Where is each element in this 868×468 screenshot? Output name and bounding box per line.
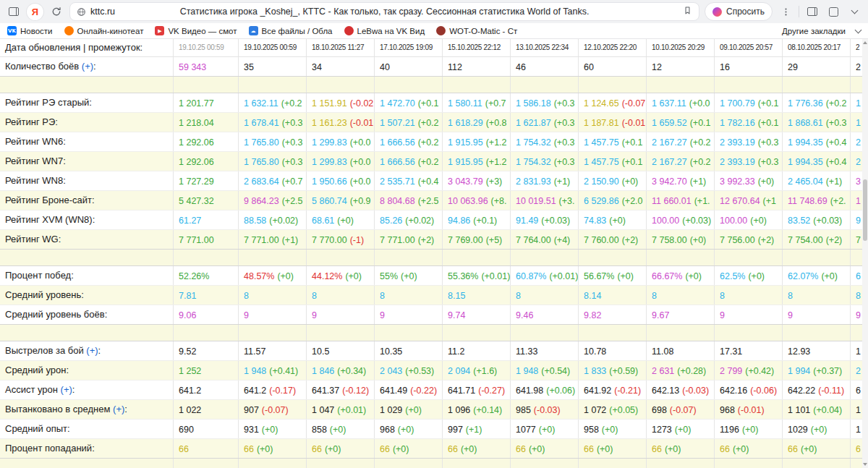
bookmark-item[interactable]: Онлайн-кинотеат (64, 26, 144, 35)
stat-delta: (+4) (554, 235, 571, 245)
scroll-up-arrow[interactable] (862, 39, 868, 46)
stat-value: 1 124.65 (584, 98, 619, 109)
stat-delta: (+2.0 (622, 196, 643, 206)
stat-value: 641.2 (179, 386, 201, 396)
address-bar[interactable]: kttc.ru Статистика игрока _Koshej_, КТТС… (69, 2, 699, 21)
bookmark-flag-icon[interactable] (683, 5, 692, 18)
stat-delta: (+0) (742, 425, 759, 435)
stat-cell: 68.61(+0) (307, 210, 375, 229)
stat-value: 9.46 (516, 310, 533, 320)
stat-cell: 48.57%(+0) (239, 266, 307, 285)
bookmark-item[interactable]: LeBwa на VK Вид (344, 26, 425, 35)
stat-delta: (-0.27) (478, 386, 505, 396)
stat-cell: 1 678.41(+0.3 (239, 113, 307, 132)
stat-cell: 1 618.29(+0.8 (443, 113, 511, 132)
expand-link[interactable]: (+) (61, 384, 72, 395)
stat-cell: 10 063.96(+8. (443, 191, 511, 210)
stat-cell: 2 393.19(+0.3 (715, 152, 783, 171)
side-panel-icon[interactable] (804, 4, 820, 20)
kebab-glyph (781, 7, 791, 17)
stat-value: 55% (380, 271, 398, 281)
scroll-down-arrow[interactable] (862, 461, 868, 468)
expand-link[interactable]: (+) (113, 404, 124, 414)
stat-delta: (-0.06) (750, 386, 777, 396)
gap-cell (715, 77, 783, 93)
stat-value: 66 (720, 444, 730, 454)
scrollbar[interactable] (862, 39, 868, 468)
chevron-down-icon[interactable] (846, 4, 862, 20)
row-label-cell: Рейтинг Броне-сайт: (0, 191, 174, 210)
stat-value: 858 (312, 425, 327, 435)
stat-cell: 55%(+0) (375, 266, 443, 285)
stat-cell-total: 7.81 (174, 286, 239, 305)
table-row: Средний уровень:7.818888.1588.148888 (0, 286, 862, 305)
yandex-tab[interactable]: Я (27, 4, 43, 20)
bookmark-item[interactable]: ▶VK Видео — смот (155, 26, 237, 35)
stat-value: 2 (856, 62, 861, 72)
stat-value: 1 659.52 (652, 118, 687, 128)
stat-cell: 3 043.79(+3) (443, 171, 511, 190)
stat-value: 74.83 (584, 216, 606, 226)
stat-delta: (+0) (690, 235, 707, 245)
stat-cell: 641.92(-0.21) (579, 380, 647, 399)
chevron-down-icon[interactable] (855, 26, 862, 33)
stat-value: 8 804.68 (380, 196, 415, 206)
stat-delta: (+2.5 (282, 196, 303, 206)
gap-cell (579, 459, 647, 468)
bookmark-item[interactable]: VKНовости (7, 26, 53, 35)
stat-cell: 698(-0.07) (647, 400, 715, 419)
stat-value: 5 427.32 (179, 196, 214, 206)
stat-delta: (+0) (617, 271, 634, 281)
bookmark-item[interactable]: WOT-O-Matic - Ст (436, 26, 517, 35)
row-label: Рейтинг РЭ: (5, 116, 58, 127)
stat-cell: 66(+0) (307, 439, 375, 458)
other-bookmarks[interactable]: Другие закладки (782, 27, 846, 35)
bookmark-favicon: ▶ (155, 26, 164, 35)
stat-cell: 8.14 (579, 286, 647, 305)
stat-delta: (-0.22) (410, 386, 437, 396)
stat-cell: 1 507.21(+0.2 (375, 113, 443, 132)
gap-cell (511, 325, 579, 341)
reload-icon[interactable] (48, 4, 64, 20)
stat-delta: (+0) (337, 216, 354, 226)
expand-link[interactable]: (+) (82, 61, 93, 72)
stat-value: 1 (856, 425, 861, 435)
stat-value: 66.67% (652, 271, 682, 281)
stat-cell-partial: 1 (851, 93, 862, 112)
stat-value: 1 101 (788, 405, 810, 415)
stat-value: 60.87% (516, 271, 546, 281)
stat-delta: (+0) (405, 405, 422, 415)
gap-cell (511, 77, 579, 93)
stat-delta: (+2.5 (418, 196, 439, 206)
bookmark-item[interactable]: ☁Все файлы / Обла (249, 26, 333, 35)
gap-cell (715, 250, 783, 265)
scrollbar-thumb[interactable] (863, 179, 867, 241)
stat-cell: 88.58(+0.02) (239, 210, 307, 229)
expand-link[interactable]: (+) (86, 345, 98, 356)
stat-cell: 9.74 (443, 305, 511, 324)
stat-delta: (+0.2 (418, 157, 439, 167)
stat-value: 2 (856, 157, 861, 167)
gap-cell (511, 459, 579, 468)
menu-kebab-icon[interactable] (778, 4, 793, 20)
stat-cell: 11 660.01(+1. (647, 191, 715, 210)
bookmark-favicon (344, 26, 354, 35)
stat-value: 1 292.06 (179, 137, 214, 148)
bookmark-favicon: VK (7, 26, 17, 35)
stat-value: 1 994.35 (788, 137, 823, 148)
stat-value: 1 096 (448, 405, 470, 415)
stat-cell: 60 (579, 57, 647, 76)
stat-delta: (+0) (665, 444, 681, 454)
sidebar-panels-icon[interactable] (6, 4, 22, 20)
row-label-cell: Количество боёв (+): (0, 57, 174, 76)
stat-value: 83.52 (788, 216, 810, 226)
stat-value: 55.36% (448, 271, 478, 281)
reload-glyph (51, 7, 61, 17)
stat-cell-partial: 8 (851, 286, 862, 305)
ask-ai-button[interactable]: Спросить (705, 2, 773, 21)
tabs-icon[interactable] (825, 4, 841, 20)
gap-cell (511, 250, 579, 265)
stat-value: 1 457.75 (584, 137, 619, 148)
stat-cell: 66(+0) (375, 439, 443, 458)
stat-cell: 958(+0) (579, 420, 647, 438)
